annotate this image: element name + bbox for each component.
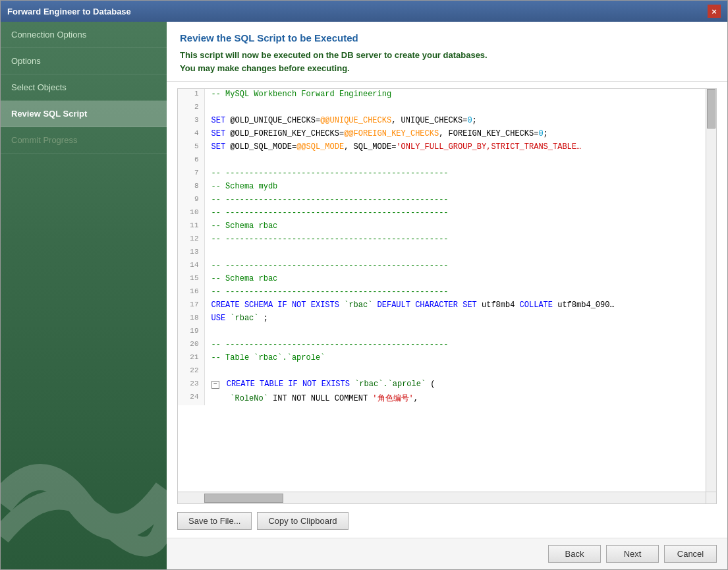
title-bar: Forward Engineer to Database ×: [1, 1, 727, 22]
sidebar: Connection Options Options Select Object…: [1, 22, 167, 569]
action-buttons: Save to File... Copy to Clipboard: [167, 504, 727, 538]
code-line-8: 8 -- Schema mydb: [178, 181, 716, 194]
code-line-10: 10 -- ----------------------------------…: [178, 208, 716, 221]
code-line-15: 15 -- Schema rbac: [178, 273, 716, 287]
code-line-20: 20 -- ----------------------------------…: [178, 339, 716, 353]
code-line-22: 22: [178, 366, 716, 379]
code-line-6: 6: [178, 155, 716, 168]
code-line-9: 9 -- -----------------------------------…: [178, 194, 716, 208]
sidebar-item-review-sql-script[interactable]: Review SQL Script: [1, 101, 167, 127]
content-area: Connection Options Options Select Object…: [1, 22, 727, 569]
code-line-13: 13: [178, 247, 716, 260]
save-to-file-button[interactable]: Save to File...: [177, 512, 252, 530]
code-line-12: 12 -- ----------------------------------…: [178, 234, 716, 247]
footer-buttons: Back Next Cancel: [167, 538, 727, 569]
code-line-4: 4 SET @OLD_FOREIGN_KEY_CHECKS=@@FOREIGN_…: [178, 128, 716, 142]
vertical-scrollbar[interactable]: [706, 89, 716, 492]
sidebar-item-select-objects[interactable]: Select Objects: [1, 74, 167, 101]
code-line-7: 7 -- -----------------------------------…: [178, 168, 716, 181]
main-window: Forward Engineer to Database × Connectio…: [0, 0, 728, 570]
scroll-corner: [706, 492, 716, 503]
copy-to-clipboard-button[interactable]: Copy to Clipboard: [257, 512, 348, 530]
code-line-23: 23 − CREATE TABLE IF NOT EXISTS `rbac`.`…: [178, 379, 716, 392]
code-line-24: 24 `RoleNo` INT NOT NULL COMMENT '角色编号',: [178, 392, 716, 405]
sidebar-item-connection-options[interactable]: Connection Options: [1, 22, 167, 48]
code-line-17: 17 CREATE SCHEMA IF NOT EXISTS `rbac` DE…: [178, 300, 716, 313]
code-line-16: 16 -- ----------------------------------…: [178, 287, 716, 300]
sql-editor-area: 1 -- MySQL Workbench Forward Engineering…: [177, 88, 717, 504]
sidebar-item-commit-progress: Commit Progress: [1, 127, 167, 154]
back-button[interactable]: Back: [548, 545, 601, 563]
code-table: 1 -- MySQL Workbench Forward Engineering…: [178, 89, 716, 405]
sql-code-editor[interactable]: 1 -- MySQL Workbench Forward Engineering…: [178, 89, 716, 503]
scroll-thumb-horizontal[interactable]: [204, 494, 283, 503]
code-line-21: 21 -- Table `rbac`.`aprole`: [178, 353, 716, 366]
code-line-14: 14 -- ----------------------------------…: [178, 260, 716, 273]
code-line-1: 1 -- MySQL Workbench Forward Engineering: [178, 89, 716, 102]
code-line-3: 3 SET @OLD_UNIQUE_CHECKS=@@UNIQUE_CHECKS…: [178, 115, 716, 128]
cancel-button[interactable]: Cancel: [664, 545, 717, 563]
scroll-thumb-vertical[interactable]: [707, 89, 715, 128]
close-button[interactable]: ×: [708, 5, 721, 18]
description: This script will now be executed on the …: [180, 49, 714, 74]
section-title: Review the SQL Script to be Executed: [180, 32, 714, 43]
code-line-11: 11 -- Schema rbac: [178, 221, 716, 234]
fold-icon-23[interactable]: −: [211, 381, 219, 389]
main-header: Review the SQL Script to be Executed Thi…: [167, 22, 727, 82]
main-panel: Review the SQL Script to be Executed Thi…: [167, 22, 727, 569]
code-line-5: 5 SET @OLD_SQL_MODE=@@SQL_MODE, SQL_MODE…: [178, 142, 716, 155]
sidebar-item-options[interactable]: Options: [1, 48, 167, 74]
next-button[interactable]: Next: [606, 545, 659, 563]
code-line-18: 18 USE `rbac` ;: [178, 313, 716, 326]
code-line-2: 2: [178, 102, 716, 115]
horizontal-scrollbar[interactable]: [178, 492, 706, 503]
window-title: Forward Engineer to Database: [7, 7, 131, 16]
code-line-19: 19: [178, 326, 716, 339]
